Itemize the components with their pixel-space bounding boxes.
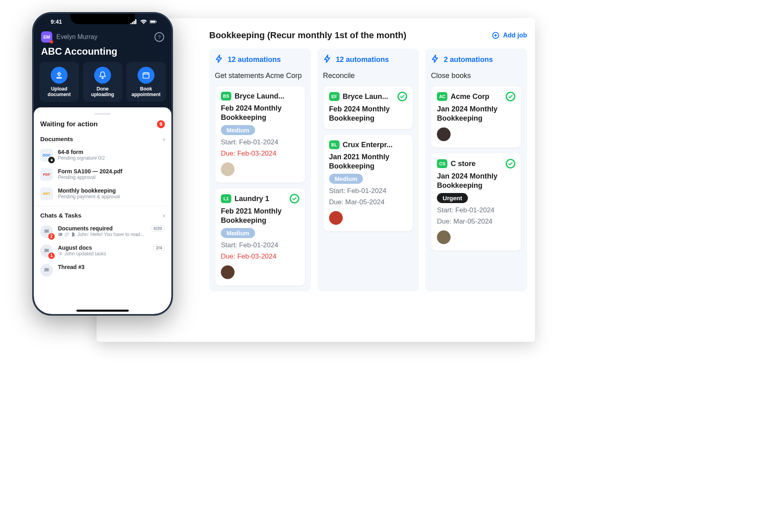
chat-preview: John updated tasks <box>58 251 165 257</box>
chat-row[interactable]: 2 Documents required 0/20 John: Hello! Y… <box>34 222 171 241</box>
board-column: 12 automations Get statements Acme Corp … <box>209 49 311 292</box>
priority-pill: Medium <box>221 125 255 135</box>
chat-row[interactable]: 1 August docs 2/4 John updated tasks <box>34 241 171 261</box>
customer-badge: CS <box>437 159 447 168</box>
lock-icon <box>48 157 55 163</box>
customer-badge: BS <box>221 92 231 101</box>
action-calendar[interactable]: Bookappointment <box>126 62 166 102</box>
chat-row[interactable]: Thread #3 <box>34 261 171 280</box>
app-title: ABC Accounting <box>39 46 166 62</box>
automations-link[interactable]: 12 automations <box>215 54 305 65</box>
job-card[interactable]: BL Crux Enterpr... Jan 2021 Monthly Book… <box>323 134 414 232</box>
customer-name: Bryce Laun... <box>343 92 388 101</box>
document-row[interactable]: PPT Monthly bookkeeping Pending payment … <box>34 184 171 203</box>
user-avatar[interactable]: EM <box>41 31 52 43</box>
svg-rect-4 <box>143 73 149 78</box>
unread-badge: 1 <box>48 253 55 259</box>
assignee-avatar[interactable] <box>221 265 235 279</box>
waiting-count-badge: 9 <box>157 120 165 128</box>
due-date: Due: Mar-05-2024 <box>437 218 515 226</box>
job-card[interactable]: CS C store Jan 2024 Monthly BookkeepingU… <box>431 153 521 251</box>
sheet-handle[interactable] <box>95 113 111 115</box>
file-doc-icon: DOC <box>40 149 53 162</box>
customer-badge: L1 <box>221 194 231 203</box>
bolt-icon <box>431 54 440 65</box>
check-circle-icon <box>397 92 407 101</box>
help-icon[interactable]: ? <box>154 32 164 42</box>
chat-title: Documents required <box>58 225 113 232</box>
job-card[interactable]: AC Acme Corp Jan 2024 Monthly Bookkeepin… <box>431 86 521 148</box>
action-label: Uploaddocument <box>47 86 70 98</box>
battery-icon <box>150 19 157 24</box>
automations-label: 12 automations <box>336 55 389 64</box>
customer-name: C store <box>451 160 476 168</box>
assignee-avatar[interactable] <box>221 162 235 176</box>
document-name: Form SA100 — 2024.pdf <box>58 168 122 175</box>
check-circle-icon <box>506 159 515 168</box>
job-card[interactable]: EF Bryce Laun... Feb 2024 Monthly Bookke… <box>323 86 414 129</box>
action-upload[interactable]: Uploaddocument <box>39 62 79 102</box>
card-title: Jan 2021 Monthly Bookkeeping <box>329 152 408 170</box>
job-card[interactable]: BS Bryce Laund... Feb 2024 Monthly Bookk… <box>215 86 305 183</box>
waiting-header: Waiting for action <box>40 120 98 128</box>
plus-circle-icon <box>492 31 500 39</box>
customer-name: Bryce Laund... <box>235 92 284 101</box>
automations-link[interactable]: 2 automations <box>431 54 521 65</box>
svg-point-6 <box>60 234 60 234</box>
svg-rect-3 <box>156 21 157 23</box>
card-title: Feb 2024 Monthly Bookkeeping <box>221 104 299 122</box>
automations-link[interactable]: 12 automations <box>323 54 414 65</box>
chat-title: August docs <box>58 244 92 251</box>
document-status: Pending signature 0/2 <box>58 155 105 161</box>
start-date: Start: Feb-01-2024 <box>329 187 408 195</box>
board-title: Bookkeeping (Recur monthly 1st of the mo… <box>209 30 406 41</box>
assignee-avatar[interactable] <box>437 127 451 141</box>
document-status: Pending approval <box>58 175 122 180</box>
action-label: Bookappointment <box>132 86 161 98</box>
chats-header-label: Chats & Tasks <box>40 212 81 219</box>
wifi-icon <box>140 19 147 24</box>
due-date: Due: Feb-03-2024 <box>221 253 299 261</box>
chat-title: Thread #3 <box>58 264 84 270</box>
document-name: Monthly bookkeeping <box>58 187 120 194</box>
customer-name: Crux Enterpr... <box>343 141 393 149</box>
unread-badge: 2 <box>48 233 55 240</box>
bolt-icon <box>323 54 332 65</box>
start-date: Start: Feb-01-2024 <box>221 138 299 146</box>
card-title: Feb 2024 Monthly Bookkeeping <box>329 105 408 123</box>
file-pdf-icon: PDF <box>40 168 53 181</box>
calendar-icon <box>138 67 154 84</box>
file-ppt-icon: PPT <box>40 187 53 200</box>
assignee-avatar[interactable] <box>329 211 343 225</box>
chat-icon: 2 <box>40 225 53 238</box>
document-status: Pending payment & approval <box>58 194 120 199</box>
document-row[interactable]: DOC 64-8 form Pending signature 0/2 <box>34 146 171 165</box>
due-date: Due: Mar-05-2024 <box>329 198 408 206</box>
automations-label: 12 automations <box>228 55 281 64</box>
phone-frame: 9:41 EM Evelyn Murray ? ABC Accounting U… <box>32 12 173 316</box>
check-circle-icon <box>506 92 515 101</box>
chevron-right-icon: › <box>163 136 165 142</box>
customer-badge: EF <box>329 92 340 101</box>
card-title: Jan 2024 Monthly Bookkeeping <box>437 105 515 123</box>
chat-count: 2/4 <box>153 244 165 251</box>
job-card[interactable]: L1 Laundry 1 Feb 2021 Monthly Bookkeepin… <box>215 188 305 286</box>
document-name: 64-8 form <box>58 149 105 155</box>
divider <box>34 206 171 206</box>
board-column: 12 automations Reconcile EF Bryce Laun..… <box>317 49 419 292</box>
automations-label: 2 automations <box>444 55 493 64</box>
home-indicator[interactable] <box>76 310 129 312</box>
check-circle-icon <box>290 194 299 203</box>
customer-badge: AC <box>437 92 447 101</box>
column-subtitle: Close books <box>431 72 521 80</box>
assignee-avatar[interactable] <box>437 230 451 244</box>
chevron-right-icon: › <box>163 212 165 219</box>
add-job-button[interactable]: Add job <box>492 31 527 39</box>
add-job-label: Add job <box>503 32 527 39</box>
documents-header[interactable]: Documents › <box>34 132 171 146</box>
document-row[interactable]: PDF Form SA100 — 2024.pdf Pending approv… <box>34 165 171 184</box>
chats-header[interactable]: Chats & Tasks › <box>34 209 171 222</box>
chat-icon: 1 <box>40 244 53 257</box>
due-date: Due: Feb-03-2024 <box>221 150 299 158</box>
action-bell[interactable]: Doneuploading <box>83 62 122 102</box>
